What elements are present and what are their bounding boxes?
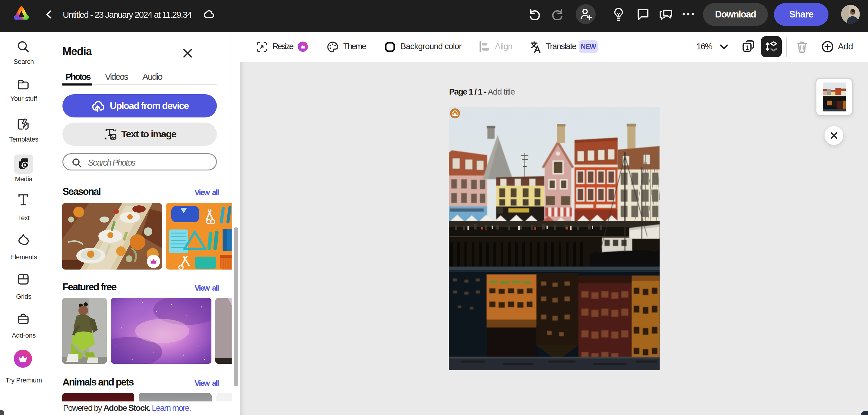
svg-text:1: 1 bbox=[745, 44, 749, 51]
